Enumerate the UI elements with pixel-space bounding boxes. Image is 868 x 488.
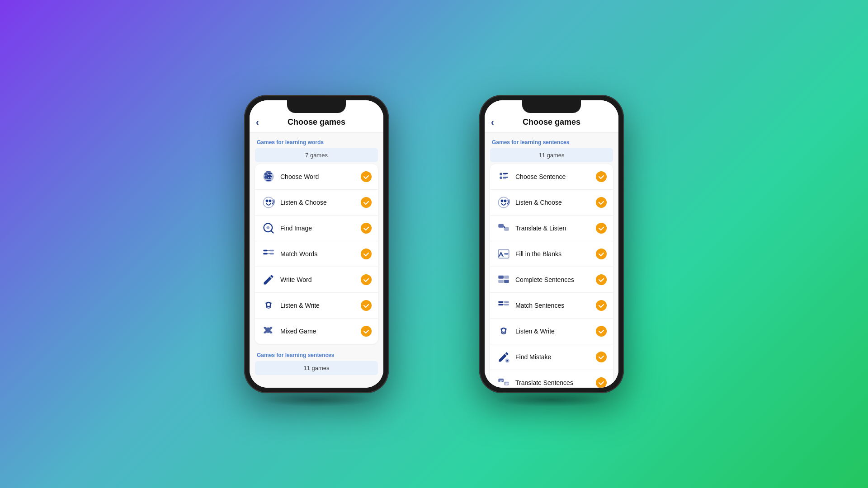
svg-rect-35 <box>498 301 503 303</box>
game-name-translate-listen: Translate & Listen <box>515 225 591 232</box>
svg-rect-2 <box>268 175 271 176</box>
svg-point-10 <box>266 226 269 229</box>
game-item-listen-choose[interactable]: Listen & Choose <box>255 190 378 216</box>
game-item-match-words[interactable]: Match Words <box>255 241 378 267</box>
svg-rect-22 <box>503 177 508 178</box>
listen-write-icon <box>261 298 276 313</box>
game-name-listen-write-2: Listen & Write <box>515 328 591 335</box>
check-match-sentences <box>596 300 607 311</box>
svg-point-40 <box>500 328 503 330</box>
check-listen-choose-2 <box>596 197 607 208</box>
check-translate-listen <box>596 223 607 234</box>
phone-2: ‹ Choose games Games for learning senten… <box>479 95 624 393</box>
section2-count-phone1: 11 games <box>255 361 378 375</box>
notch-1 <box>287 100 346 113</box>
mixed-game-icon <box>261 324 276 338</box>
svg-rect-37 <box>504 301 509 303</box>
game-item-fill-blanks[interactable]: Fill in the Blanks <box>490 241 613 267</box>
game-name-translate-sentences: Translate Sentences <box>515 379 591 386</box>
game-name-choose-sentence: Choose Sentence <box>515 173 591 180</box>
game-name-complete-sentences: Complete Sentences <box>515 276 591 283</box>
game-name-match-sentences: Match Sentences <box>515 302 591 309</box>
svg-rect-38 <box>504 304 509 306</box>
find-mistake-icon <box>496 350 511 364</box>
svg-point-7 <box>266 200 269 202</box>
svg-rect-13 <box>269 250 274 252</box>
svg-rect-12 <box>263 253 267 255</box>
check-complete-sentences <box>596 274 607 285</box>
fill-blanks-icon <box>496 247 511 261</box>
game-item-find-mistake[interactable]: Find Mistake <box>490 344 613 370</box>
game-item-listen-choose-2[interactable]: Listen & Choose <box>490 190 613 216</box>
page-title-1: Choose games <box>288 117 345 127</box>
svg-rect-4 <box>268 176 272 177</box>
svg-point-16 <box>265 302 268 305</box>
games-list-sentences: Choose Sentence Listen & Choose <box>490 164 613 388</box>
svg-rect-27 <box>498 224 504 228</box>
game-item-translate-sentences[interactable]: Translate Sentences <box>490 370 613 388</box>
translate-sentences-icon <box>496 375 511 388</box>
game-item-match-sentences[interactable]: Match Sentences <box>490 293 613 319</box>
game-item-listen-write-2[interactable]: Listen & Write <box>490 319 613 344</box>
svg-point-18 <box>500 173 502 175</box>
game-name-match-words: Match Words <box>280 250 356 258</box>
svg-point-0 <box>264 173 268 176</box>
svg-point-26 <box>504 200 507 202</box>
game-item-find-image[interactable]: Find Image <box>255 216 378 241</box>
svg-point-8 <box>269 200 272 202</box>
screen-1: ‹ Choose games Games for learning words … <box>250 100 383 388</box>
translate-listen-icon <box>496 221 511 235</box>
svg-rect-32 <box>498 280 504 283</box>
check-find-mistake <box>596 352 607 362</box>
check-translate-sentences <box>596 377 607 388</box>
back-button-1[interactable]: ‹ <box>256 117 259 127</box>
check-match-words <box>361 249 372 259</box>
screen-2: ‹ Choose games Games for learning senten… <box>485 100 618 388</box>
svg-rect-5 <box>268 178 271 179</box>
svg-point-21 <box>500 176 502 179</box>
match-sentences-icon <box>496 298 511 313</box>
choose-sentence-icon <box>496 169 511 184</box>
scroll-content-2[interactable]: Games for learning sentences 11 games Ch… <box>485 133 618 388</box>
check-choose-word <box>361 171 372 182</box>
check-listen-choose <box>361 197 372 208</box>
games-count-words: 7 games <box>255 148 378 162</box>
game-name-listen-choose-2: Listen & Choose <box>515 199 591 206</box>
svg-rect-31 <box>498 276 504 279</box>
check-choose-sentence <box>596 171 607 182</box>
check-listen-write <box>361 300 372 311</box>
game-name-find-image: Find Image <box>280 225 356 232</box>
game-item-complete-sentences[interactable]: Complete Sentences <box>490 267 613 293</box>
check-find-image <box>361 223 372 234</box>
game-item-mixed-game[interactable]: Mixed Game <box>255 319 378 344</box>
games-list-words: Choose Word Listen & Choose <box>255 164 378 344</box>
game-item-translate-listen[interactable]: Translate & Listen <box>490 216 613 241</box>
svg-rect-33 <box>504 276 509 279</box>
game-item-choose-word[interactable]: Choose Word <box>255 164 378 190</box>
svg-rect-23 <box>503 178 506 179</box>
page-title-2: Choose games <box>523 117 580 127</box>
game-item-write-word[interactable]: Write Word <box>255 267 378 293</box>
game-name-write-word: Write Word <box>280 276 356 283</box>
section-label-words: Games for learning words <box>250 133 383 148</box>
svg-rect-1 <box>268 173 272 174</box>
back-button-2[interactable]: ‹ <box>491 117 494 127</box>
listen-choose-2-icon <box>496 195 511 210</box>
game-name-listen-choose: Listen & Choose <box>280 199 356 206</box>
game-name-mixed-game: Mixed Game <box>280 328 356 335</box>
section-label-sentences: Games for learning sentences <box>485 133 618 148</box>
svg-rect-34 <box>504 280 509 283</box>
svg-rect-14 <box>269 253 274 255</box>
svg-rect-28 <box>504 227 509 231</box>
game-name-fill-blanks: Fill in the Blanks <box>515 250 591 258</box>
write-word-icon <box>261 272 276 287</box>
scroll-content-1[interactable]: Games for learning words 7 games Choose … <box>250 133 383 388</box>
phone-1: ‹ Choose games Games for learning words … <box>244 95 389 393</box>
listen-choose-icon <box>261 195 276 210</box>
game-item-listen-write[interactable]: Listen & Write <box>255 293 378 319</box>
game-item-choose-sentence[interactable]: Choose Sentence <box>490 164 613 190</box>
check-fill-blanks <box>596 249 607 259</box>
svg-point-6 <box>263 197 274 207</box>
section2-label-phone1: Games for learning sentences <box>250 346 383 361</box>
svg-point-25 <box>501 200 504 202</box>
